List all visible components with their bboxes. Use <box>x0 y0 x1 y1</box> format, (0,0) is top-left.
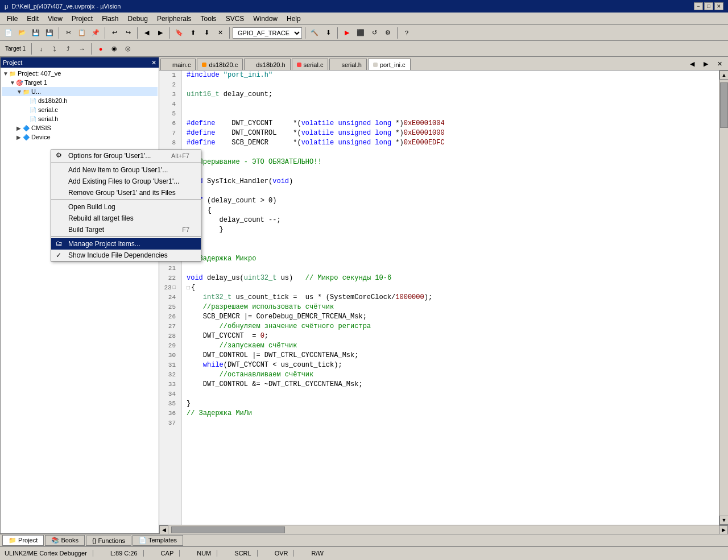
nav-back-btn[interactable]: ◀ <box>140 27 153 39</box>
code-line-2 <box>187 80 714 90</box>
code-line-11 <box>187 167 714 177</box>
tab-ds18b20-c[interactable]: ds18b20.c <box>197 59 243 70</box>
tree-item-cmsis[interactable]: ▶ 🔷 CMSIS <box>2 123 158 132</box>
tree-item-serialh[interactable]: 📄 serial.h <box>2 114 158 123</box>
help-btn[interactable]: ? <box>400 27 413 39</box>
ctx-rebuild[interactable]: Rebuild all target files <box>51 213 201 224</box>
tab-serial-h[interactable]: serial.h <box>329 59 366 70</box>
step-out-btn[interactable]: ⤴ <box>62 43 75 55</box>
v-scroll-thumb[interactable] <box>720 82 728 128</box>
tab-main-c[interactable]: main.c <box>160 59 196 70</box>
debug-btn[interactable]: ▶ <box>341 27 353 39</box>
menu-item-help[interactable]: Help <box>282 14 305 24</box>
close-button[interactable]: ✕ <box>714 2 723 10</box>
bp-btn[interactable]: ● <box>94 43 107 55</box>
cut-btn[interactable]: ✂ <box>62 27 75 39</box>
bottom-tab-functions[interactable]: {} Functions <box>86 536 131 546</box>
tab-serial-c[interactable]: serial.c <box>292 59 329 70</box>
menu-item-file[interactable]: File <box>2 14 22 24</box>
bottom-tab-templates[interactable]: 📄 Templates <box>133 535 183 546</box>
scroll-up-btn[interactable]: ▲ <box>719 70 728 80</box>
ctx-manage-project[interactable]: 🗂 Manage Project Items... <box>51 238 201 250</box>
tab-prev-btn[interactable]: ◀ <box>686 57 698 70</box>
tree-toggle[interactable]: ▼ <box>3 70 9 77</box>
nav-fwd-btn[interactable]: ▶ <box>154 27 167 39</box>
menu-item-flash[interactable]: Flash <box>97 14 123 24</box>
panel-close-btn[interactable]: ✕ <box>151 59 156 67</box>
copy-btn[interactable]: 📋 <box>76 27 88 39</box>
menu-item-svcs[interactable]: SVCS <box>221 14 249 24</box>
ctx-add-new[interactable]: Add New Item to Group 'User1'... <box>51 164 201 176</box>
h-scroll-track[interactable] <box>168 526 719 534</box>
tab-ds18b20-h[interactable]: ds18b20.h <box>244 59 290 70</box>
manage-project-icon: 🗂 <box>56 239 65 248</box>
ctx-build-target[interactable]: Build Target F7 <box>51 224 201 235</box>
clear-bookmarks-btn[interactable]: ✕ <box>214 27 226 39</box>
ctx-remove-group[interactable]: Remove Group 'User1' and its Files <box>51 187 201 198</box>
tab-next-btn[interactable]: ▶ <box>700 57 712 70</box>
tree-item-serialc[interactable]: 📄 serial.c <box>2 105 158 114</box>
reset-btn[interactable]: ↺ <box>368 27 380 39</box>
menu-item-view[interactable]: View <box>43 14 67 24</box>
tree-item-device[interactable]: ▶ 🔷 Device <box>2 132 158 142</box>
tree-toggle[interactable]: ▶ <box>16 134 22 140</box>
clear-bp-btn[interactable]: ◉ <box>108 43 121 55</box>
stop-btn[interactable]: ⬛ <box>354 27 367 39</box>
menu-item-project[interactable]: Project <box>67 14 97 24</box>
menu-item-window[interactable]: Window <box>249 14 282 24</box>
menu-item-peripherals[interactable]: Peripherals <box>152 14 196 24</box>
target-dropdown[interactable]: GPIO_AF_TRACE <box>233 27 302 39</box>
ctx-options[interactable]: ⚙ Options for Group 'User1'... Alt+F7 <box>51 150 201 161</box>
options-btn[interactable]: ⚙ <box>382 27 394 39</box>
build-btn[interactable]: 🔨 <box>308 27 321 39</box>
scroll-left-btn[interactable]: ◀ <box>159 525 168 534</box>
menu-item-edit[interactable]: Edit <box>22 14 43 24</box>
paste-btn[interactable]: 📌 <box>89 27 102 39</box>
step-over-btn[interactable]: ⤵ <box>48 43 61 55</box>
next-bookmark-btn[interactable]: ⬇ <box>200 27 213 39</box>
undo-btn[interactable]: ↩ <box>108 27 121 39</box>
menu-item-debug[interactable]: Debug <box>123 14 152 24</box>
tree-item-project[interactable]: ▼ 📁 Project: 407_ve <box>2 69 158 78</box>
folder-icon: 📁 <box>22 88 30 96</box>
target1-btn[interactable]: Target 1 <box>2 43 28 55</box>
tree-toggle[interactable]: ▶ <box>16 125 22 131</box>
code-line-28: DWT_CYCCNT = 0; <box>187 331 714 341</box>
tab-port-ini-c[interactable]: port_ini.c <box>368 59 411 70</box>
menu-item-tools[interactable]: Tools <box>196 14 221 24</box>
load-btn[interactable]: ⬇ <box>322 27 334 39</box>
prev-bookmark-btn[interactable]: ⬆ <box>187 27 199 39</box>
scroll-down-btn[interactable]: ▼ <box>719 516 728 525</box>
save-btn[interactable]: 💾 <box>30 27 42 39</box>
bookmark-btn[interactable]: 🔖 <box>173 27 185 39</box>
line-num-32: 32 <box>159 370 178 380</box>
ctx-open-build-log[interactable]: Open Build Log <box>51 201 201 213</box>
step-btn[interactable]: ↓ <box>35 43 47 55</box>
minimize-button[interactable]: − <box>694 2 703 10</box>
tree-toggle[interactable]: ▼ <box>16 89 22 95</box>
code-editor[interactable]: 1 2 3 4 5 6 7 8 9 10 11 12 13□ 14 15□ 16 <box>159 70 719 525</box>
h-scroll-thumb[interactable] <box>171 526 285 533</box>
redo-btn[interactable]: ↪ <box>122 27 134 39</box>
tab-close-btn[interactable]: ✕ <box>713 57 726 70</box>
ctx-add-existing[interactable]: Add Existing Files to Group 'User1'... <box>51 176 201 187</box>
scroll-right-btn[interactable]: ▶ <box>719 525 728 534</box>
bottom-tab-project[interactable]: 📁 Project <box>2 535 44 546</box>
v-scroll-track[interactable] <box>719 80 728 516</box>
fold-marker-23[interactable]: □ <box>187 283 190 293</box>
new-file-btn[interactable]: 📄 <box>2 27 15 39</box>
open-btn[interactable]: 📂 <box>16 27 28 39</box>
bottom-tab-books[interactable]: 📚 Books <box>45 535 85 546</box>
run-to-cursor-btn[interactable]: → <box>76 43 88 55</box>
tree-toggle[interactable]: ▼ <box>10 80 15 86</box>
ctx-open-build-log-label: Open Build Log <box>68 203 115 211</box>
ctx-show-include[interactable]: ✓ Show Include File Dependencies <box>51 250 201 261</box>
maximize-button[interactable]: □ <box>704 2 713 10</box>
save-all-btn[interactable]: 💾 <box>43 27 56 39</box>
sep2 <box>105 27 105 39</box>
code-content[interactable]: #include "port_ini.h" uint16_t delay_cou… <box>182 70 719 525</box>
tree-item-user1[interactable]: ▼ 📁 U... <box>2 87 158 96</box>
tree-item-ds18b20h[interactable]: 📄 ds18b20.h <box>2 96 158 105</box>
enable-bp-btn[interactable]: ◎ <box>122 43 134 55</box>
tree-item-target1[interactable]: ▼ 🎯 Target 1 <box>2 78 158 87</box>
